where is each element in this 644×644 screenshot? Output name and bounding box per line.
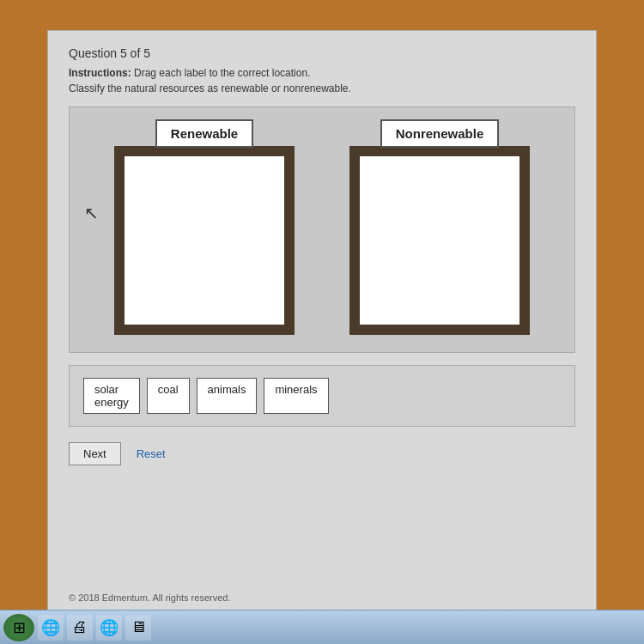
instructions-text: Instructions: Drag each label to the cor… xyxy=(69,67,575,79)
reset-button[interactable]: Reset xyxy=(133,443,169,465)
labels-container: solarenergy coal animals minerals xyxy=(69,365,575,427)
drag-label-coal[interactable]: coal xyxy=(147,378,190,414)
nonrenewable-drop-box[interactable] xyxy=(349,146,530,335)
next-button[interactable]: Next xyxy=(69,442,121,465)
renewable-label: Renewable xyxy=(155,119,253,148)
renewable-drop-area[interactable] xyxy=(125,156,284,325)
nonrenewable-column: Nonrenewable xyxy=(345,119,534,335)
start-button[interactable]: ⊞ xyxy=(3,614,34,641)
main-screen: Question 5 of 5 Instructions: Drag each … xyxy=(47,30,597,614)
drop-zone-container: Renewable Nonrenewable xyxy=(69,106,575,353)
instructions-body: Drag each label to the correct location. xyxy=(131,67,311,79)
nonrenewable-label: Nonrenewable xyxy=(380,119,500,148)
classify-text: Classify the natural resources as renewa… xyxy=(69,82,575,94)
renewable-column: Renewable xyxy=(110,119,299,335)
drag-label-animals[interactable]: animals xyxy=(197,378,258,414)
footer: © 2018 Edmentum. All rights reserved. xyxy=(69,586,575,603)
buttons-row: Next Reset xyxy=(69,442,575,465)
drag-label-solar-energy[interactable]: solarenergy xyxy=(83,378,140,414)
nonrenewable-drop-area[interactable] xyxy=(360,156,519,325)
drag-label-minerals[interactable]: minerals xyxy=(264,378,328,414)
taskbar: ⊞ 🌐 🖨 🌐 🖥 xyxy=(0,610,644,644)
renewable-drop-box[interactable] xyxy=(114,146,295,335)
taskbar-icon-ie[interactable]: 🌐 xyxy=(38,615,64,641)
taskbar-icon-chrome[interactable]: 🌐 xyxy=(96,615,122,641)
instructions-prefix: Instructions: xyxy=(69,67,131,79)
question-header: Question 5 of 5 xyxy=(69,46,575,60)
taskbar-icon-monitor[interactable]: 🖥 xyxy=(125,615,151,641)
taskbar-icon-printer[interactable]: 🖨 xyxy=(67,615,93,641)
